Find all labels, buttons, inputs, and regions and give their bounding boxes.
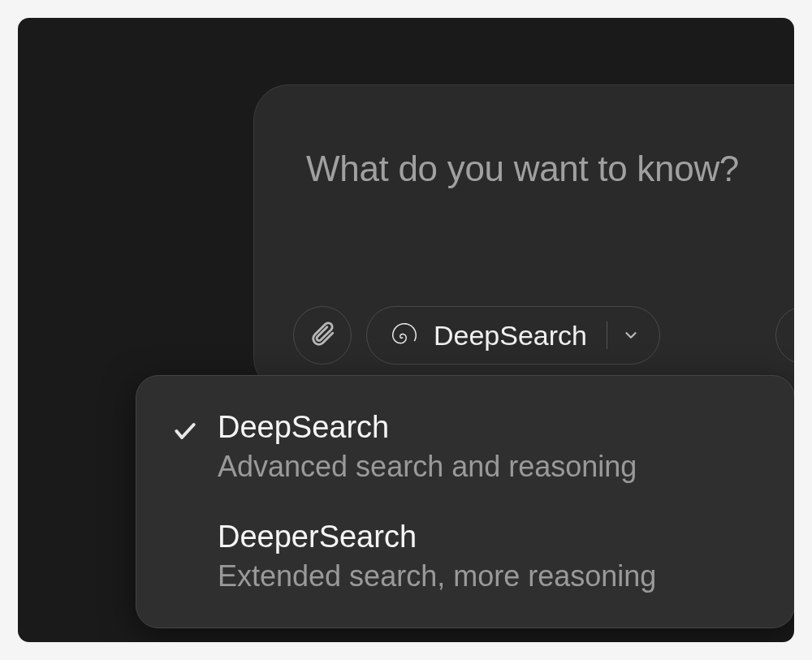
search-mode-dropdown: DeepSearch Advanced search and reasoning… [136, 375, 794, 628]
app-frame: What do you want to know? DeepSearch [18, 18, 794, 642]
check-placeholder [172, 520, 218, 528]
input-panel: What do you want to know? DeepSearch [253, 84, 794, 393]
pill-divider [607, 321, 607, 349]
search-mode-label: DeepSearch [434, 320, 587, 352]
search-mode-button[interactable]: DeepSearch [366, 306, 660, 365]
dropdown-item-text: DeepSearch Advanced search and reasoning [218, 410, 637, 484]
dropdown-item-title: DeepSearch [218, 410, 637, 445]
check-icon [172, 410, 218, 444]
dropdown-item-description: Extended search, more reasoning [218, 559, 656, 593]
dropdown-item-text: DeeperSearch Extended search, more reaso… [218, 520, 656, 593]
attach-button[interactable] [293, 306, 352, 365]
paperclip-icon [309, 320, 336, 351]
dropdown-item-title: DeeperSearch [218, 520, 656, 554]
dropdown-item-description: Advanced search and reasoning [218, 450, 637, 484]
dropdown-item-deepersearch[interactable]: DeeperSearch Extended search, more reaso… [136, 502, 794, 611]
chevron-down-icon [622, 326, 640, 344]
spiral-icon [390, 321, 419, 350]
secondary-circle-button[interactable] [775, 306, 794, 365]
input-toolbar: DeepSearch [293, 306, 660, 365]
dropdown-item-deepsearch[interactable]: DeepSearch Advanced search and reasoning [136, 392, 794, 502]
prompt-input-placeholder[interactable]: What do you want to know? [306, 149, 739, 189]
